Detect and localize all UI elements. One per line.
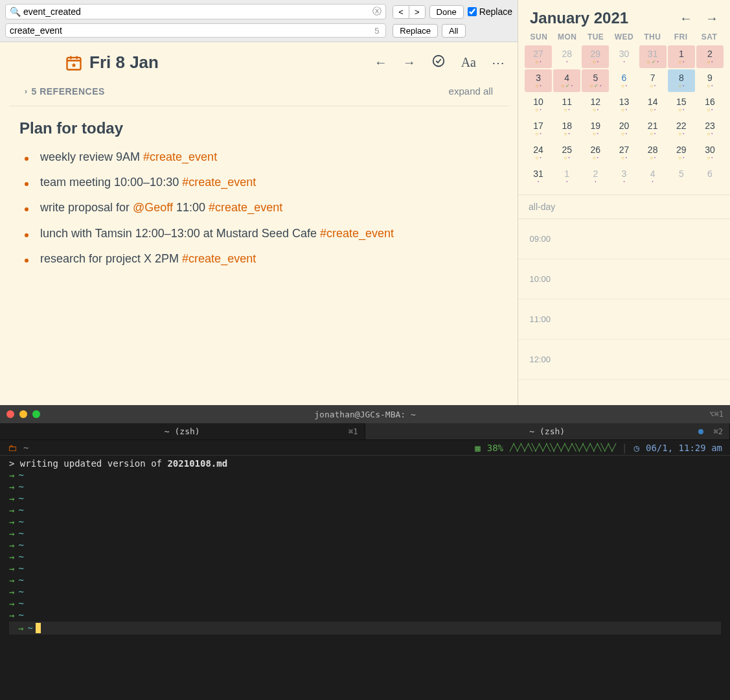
calendar-day[interactable]: 31• — [525, 165, 552, 188]
calendar-day[interactable]: 18○• — [553, 117, 580, 140]
replace-checkbox[interactable]: Replace — [468, 6, 512, 17]
list-item[interactable]: lunch with Tamsin 12:00–13:00 at Mustard… — [19, 226, 498, 242]
terminal-prompt-line[interactable]: →~ — [9, 622, 721, 635]
find-input[interactable] — [23, 6, 372, 17]
calendar-day[interactable]: 13○• — [610, 93, 637, 116]
day-indicators: ○• — [678, 60, 684, 65]
calendar-day[interactable]: 15○• — [668, 93, 695, 116]
calendar-day[interactable]: 2○• — [696, 45, 724, 68]
calendar-title: January 2021 — [530, 9, 628, 27]
terminal-titlebar: jonathan@JGCs-MBA: ~ ⌥⌘1 — [0, 405, 730, 423]
calendar-day[interactable]: 27○• — [610, 141, 637, 164]
calendar-day[interactable]: 3• — [610, 165, 637, 188]
calendar-day[interactable]: 24○• — [525, 141, 552, 164]
calendar-day[interactable]: 21○• — [639, 117, 667, 140]
close-window-icon[interactable] — [6, 410, 14, 418]
list-item[interactable]: write proposal for @Geoff 11:00 #create_… — [19, 200, 498, 216]
terminal-empty-line: →~ — [9, 505, 721, 515]
calendar-day[interactable]: 12○• — [582, 93, 609, 116]
calendar-hour-row[interactable]: 09:00 — [518, 219, 730, 259]
calendar-day[interactable]: 16○• — [696, 93, 724, 116]
prev-match-button[interactable]: < — [393, 6, 409, 18]
calendar-day[interactable]: 7○• — [639, 69, 667, 92]
calendar-day[interactable]: 19○• — [582, 117, 609, 140]
forward-arrow-icon[interactable]: → — [403, 55, 416, 70]
calendar-prev-icon[interactable]: ← — [679, 11, 692, 26]
calendar-day[interactable]: 22○• — [668, 117, 695, 140]
calendar-next-icon[interactable]: → — [705, 11, 718, 26]
calendar-day[interactable]: 4• — [639, 165, 667, 188]
list-item[interactable]: research for project X 2PM #create_event — [19, 251, 498, 267]
calendar-day[interactable]: 6 — [696, 165, 724, 188]
day-number: 28 — [648, 145, 658, 154]
calendar-day[interactable]: 26○• — [582, 141, 609, 164]
back-arrow-icon[interactable]: ← — [374, 55, 387, 70]
calendar-day[interactable]: 6○• — [610, 69, 637, 92]
task-circle-icon[interactable] — [431, 54, 446, 71]
replace-checkbox-input[interactable] — [468, 7, 477, 16]
hour-label: 11:00 — [518, 314, 557, 324]
minimize-window-icon[interactable] — [19, 410, 27, 418]
calendar-day[interactable]: 1○• — [668, 45, 695, 68]
calendar-day[interactable]: 20○• — [610, 117, 637, 140]
calendar-day[interactable]: 30○• — [696, 141, 724, 164]
terminal-body[interactable]: > writing updated version of 20210108.md… — [0, 456, 730, 700]
calendar-day[interactable]: 5○✓• — [582, 69, 609, 92]
calendar-day[interactable]: 2• — [582, 165, 609, 188]
calendar-day[interactable]: 3○• — [525, 69, 552, 92]
done-button[interactable]: Done — [429, 5, 464, 19]
list-item[interactable]: team meeting 10:00–10:30 #create_event — [19, 174, 498, 191]
zoom-window-icon[interactable] — [32, 410, 40, 418]
expand-all-link[interactable]: expand all — [449, 86, 493, 97]
text-format-icon[interactable]: Aa — [461, 55, 476, 70]
calendar-hour-row[interactable]: 12:00 — [518, 340, 730, 380]
more-menu-icon[interactable]: ⋯ — [492, 55, 505, 71]
calendar-day[interactable]: 23○• — [696, 117, 724, 140]
day-indicators: • — [623, 60, 624, 65]
calendar-day[interactable]: 29○• — [668, 141, 695, 164]
calendar-day[interactable]: 9○• — [696, 69, 724, 92]
calendar-day[interactable]: 25○• — [553, 141, 580, 164]
next-match-button[interactable]: > — [409, 6, 425, 18]
notes-pane: 🔍 ⓧ < > Done Replace 5 Replace — [0, 0, 518, 405]
day-indicators: • — [623, 180, 624, 185]
calendar-hour-row[interactable]: 11:00 — [518, 299, 730, 340]
calendar-dow-row: SUNMONTUEWEDTHUFRISAT — [518, 32, 730, 41]
day-indicators: ○✓• — [647, 60, 659, 65]
calendar-day[interactable]: 28○• — [639, 141, 667, 164]
hour-label: 10:00 — [518, 274, 557, 284]
day-indicators: ○• — [621, 108, 627, 113]
calendar-day[interactable]: 29○• — [582, 45, 609, 68]
section-heading: Plan for today — [19, 119, 498, 137]
clear-icon[interactable]: ⓧ — [372, 6, 382, 18]
calendar-day[interactable]: 11○• — [553, 93, 580, 116]
calendar-day[interactable]: 1• — [553, 165, 580, 188]
find-input-wrap: 🔍 ⓧ — [5, 4, 386, 19]
replace-input[interactable] — [10, 25, 374, 36]
calendar-day[interactable]: 14○• — [639, 93, 667, 116]
dow-label: WED — [610, 32, 639, 41]
terminal-tab[interactable]: ~ (zsh)⌘1 — [0, 423, 365, 439]
day-number: 27 — [619, 145, 630, 154]
calendar-day[interactable]: 17○• — [525, 117, 552, 140]
list-item-text: lunch with Tamsin 12:00–13:00 at Mustard… — [40, 226, 394, 242]
terminal-datetime: 06/1, 11:29 am — [646, 443, 722, 453]
calendar-day[interactable]: 28• — [553, 45, 580, 68]
calendar-day[interactable]: 30• — [610, 45, 637, 68]
calendar-day[interactable]: 8○• — [668, 69, 695, 92]
calendar-day[interactable]: 4○✓• — [553, 69, 580, 92]
calendar-hour-row[interactable]: 10:00 — [518, 259, 730, 299]
calendar-day[interactable]: 10○• — [525, 93, 552, 116]
day-number: 31 — [648, 49, 658, 58]
calendar-day[interactable]: 31○✓• — [639, 45, 667, 68]
list-item[interactable]: weekly review 9AM #create_event — [19, 149, 498, 165]
day-number: 14 — [648, 97, 658, 106]
terminal-tab[interactable]: ~ (zsh)⌘2 — [365, 423, 731, 439]
calendar-day[interactable]: 5 — [668, 165, 695, 188]
replace-all-button[interactable]: All — [442, 24, 465, 38]
note-body[interactable]: Plan for today weekly review 9AM #create… — [0, 106, 518, 289]
references-toggle[interactable]: › 5 REFERENCES — [25, 86, 105, 97]
calendar-day[interactable]: 27○• — [525, 45, 552, 68]
terminal-title-icons: ⌥⌘1 — [709, 410, 724, 419]
replace-button[interactable]: Replace — [393, 24, 438, 38]
